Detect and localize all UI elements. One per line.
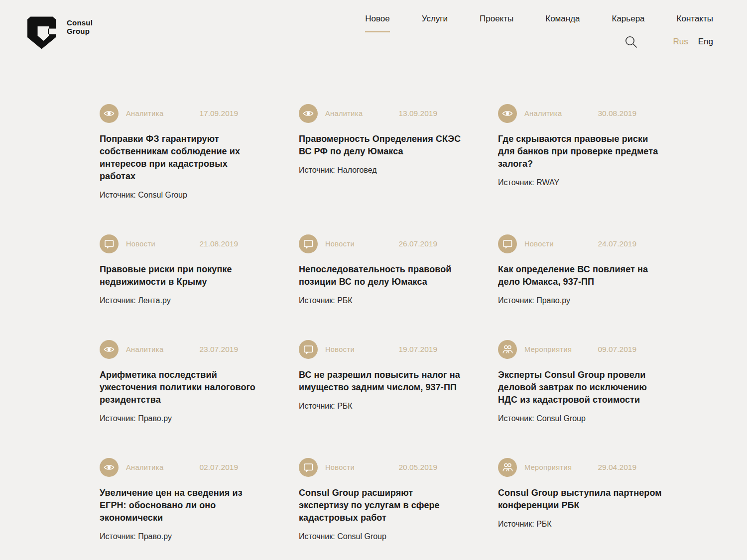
speech-bubble-icon (100, 234, 119, 253)
logo[interactable]: Consul Group (27, 16, 93, 51)
nav-item-career[interactable]: Карьера (612, 14, 645, 32)
news-card[interactable]: Аналитика30.08.2019Где скрываются правов… (498, 104, 636, 187)
card-meta: Аналитика13.09.2019 (299, 104, 437, 123)
news-card[interactable]: Мероприятия09.07.2019Эксперты Consul Gro… (498, 340, 636, 423)
card-date: 29.04.2019 (598, 463, 636, 472)
card-meta: Новости20.05.2019 (299, 458, 437, 477)
card-title[interactable]: Где скрываются правовые риски для банков… (498, 133, 662, 170)
card-meta: Аналитика30.08.2019 (498, 104, 636, 123)
card-meta: Аналитика02.07.2019 (100, 458, 238, 477)
card-category: Новости (325, 240, 355, 248)
nav-item-contacts[interactable]: Контакты (677, 14, 713, 32)
card-source: Источник: Consul Group (100, 190, 238, 200)
card-source: Источник: Consul Group (299, 532, 437, 541)
card-category: Аналитика (325, 110, 363, 117)
speech-bubble-icon (498, 234, 517, 253)
main-nav: НовоеУслугиПроектыКомандаКарьераКонтакты (365, 14, 713, 32)
card-source: Источник: Налоговед (299, 165, 437, 175)
news-card[interactable]: Аналитика02.07.2019Увеличение цен на све… (100, 458, 238, 541)
card-date: 23.07.2019 (199, 345, 238, 354)
card-category: Мероприятия (524, 463, 572, 471)
news-card[interactable]: Аналитика17.09.2019Поправки ФЗ гарантиру… (100, 104, 238, 200)
card-title[interactable]: ВС не разрешил повысить налог на имущест… (299, 369, 463, 394)
card-date: 02.07.2019 (199, 463, 238, 472)
people-icon (498, 340, 517, 359)
card-meta: Аналитика17.09.2019 (100, 104, 238, 123)
lang-eng[interactable]: Eng (698, 37, 713, 47)
news-card[interactable]: Новости26.07.2019Непоследовательность пр… (299, 234, 437, 305)
card-source: Источник: Право.ру (100, 532, 238, 541)
news-card[interactable]: Новости20.05.2019Consul Group расширяют … (299, 458, 437, 541)
card-date: 21.08.2019 (199, 239, 238, 248)
card-date: 13.09.2019 (398, 109, 437, 118)
speech-bubble-icon (299, 234, 318, 253)
card-date: 20.05.2019 (398, 463, 437, 472)
card-source: Источник: РБК (299, 401, 437, 411)
speech-bubble-icon (299, 458, 318, 477)
card-title[interactable]: Поправки ФЗ гарантируют собственникам со… (100, 133, 264, 183)
eye-icon (498, 104, 517, 123)
news-card[interactable]: Аналитика23.07.2019Арифметика последстви… (100, 340, 238, 423)
card-category: Новости (524, 240, 554, 248)
card-date: 19.07.2019 (398, 345, 437, 354)
card-title[interactable]: Как определение ВС повлияет на дело Юмак… (498, 263, 662, 288)
card-title[interactable]: Правовые риски при покупке недвижимости … (100, 263, 264, 288)
news-card[interactable]: Аналитика13.09.2019Правомерность Определ… (299, 104, 437, 175)
language-switcher: RusEng (663, 37, 713, 47)
card-category: Аналитика (126, 463, 163, 471)
card-meta: Новости24.07.2019 (498, 234, 636, 253)
news-card[interactable]: Новости21.08.2019Правовые риски при поку… (100, 234, 238, 305)
news-card[interactable]: Новости24.07.2019Как определение ВС повл… (498, 234, 636, 305)
eye-icon (299, 104, 318, 123)
news-card[interactable]: Мероприятия29.04.2019Consul Group выступ… (498, 458, 636, 529)
eye-icon (100, 340, 119, 359)
card-meta: Новости21.08.2019 (100, 234, 238, 253)
lang-rus[interactable]: Rus (673, 37, 688, 47)
logo-text: Consul Group (67, 18, 93, 35)
card-source: Источник: Право.ру (100, 414, 238, 423)
search-icon[interactable] (624, 35, 638, 49)
card-meta: Новости26.07.2019 (299, 234, 437, 253)
card-title[interactable]: Правомерность Определения СКЭС ВС РФ по … (299, 133, 463, 158)
speech-bubble-icon (299, 340, 318, 359)
card-category: Новости (126, 240, 155, 248)
nav-item-services[interactable]: Услуги (422, 14, 448, 32)
card-source: Источник: Лента.ру (100, 296, 238, 305)
eye-icon (100, 104, 119, 123)
card-meta: Аналитика23.07.2019 (100, 340, 238, 359)
card-title[interactable]: Непоследовательность правовой позиции ВС… (299, 263, 463, 288)
card-category: Новости (325, 463, 355, 471)
card-date: 30.08.2019 (598, 109, 636, 118)
card-date: 17.09.2019 (199, 109, 238, 118)
card-date: 26.07.2019 (398, 239, 437, 248)
card-source: Источник: Право.ру (498, 296, 636, 305)
card-source: Источник: РБК (498, 519, 636, 529)
card-source: Источник: РБК (299, 296, 437, 305)
card-source: Источник: Consul Group (498, 414, 636, 423)
card-category: Аналитика (524, 110, 562, 117)
nav-item-new[interactable]: Новое (365, 14, 389, 32)
card-meta: Мероприятия09.07.2019 (498, 340, 636, 359)
people-icon (498, 458, 517, 477)
card-meta: Новости19.07.2019 (299, 340, 437, 359)
card-category: Аналитика (126, 345, 163, 353)
card-category: Мероприятия (524, 345, 572, 353)
card-title[interactable]: Увеличение цен на сведения из ЕГРН: обос… (100, 487, 264, 524)
news-feed-grid: Аналитика17.09.2019Поправки ФЗ гарантиру… (100, 104, 636, 541)
header-utils: RusEng (624, 35, 713, 49)
card-title[interactable]: Арифметика последствий ужесточения полит… (100, 369, 264, 406)
shield-c-logo-icon (27, 16, 56, 51)
card-title[interactable]: Consul Group расширяют экспертизу по усл… (299, 487, 463, 524)
card-title[interactable]: Consul Group выступила партнером конфере… (498, 487, 662, 512)
card-category: Новости (325, 345, 355, 353)
news-card[interactable]: Новости19.07.2019ВС не разрешил повысить… (299, 340, 437, 411)
card-date: 09.07.2019 (598, 345, 636, 354)
nav-item-team[interactable]: Команда (545, 14, 580, 32)
eye-icon (100, 458, 119, 477)
card-title[interactable]: Эксперты Consul Group провели деловой за… (498, 369, 662, 406)
card-date: 24.07.2019 (598, 239, 636, 248)
card-source: Источник: RWAY (498, 178, 636, 187)
card-meta: Мероприятия29.04.2019 (498, 458, 636, 477)
card-category: Аналитика (126, 110, 163, 117)
nav-item-projects[interactable]: Проекты (480, 14, 513, 32)
